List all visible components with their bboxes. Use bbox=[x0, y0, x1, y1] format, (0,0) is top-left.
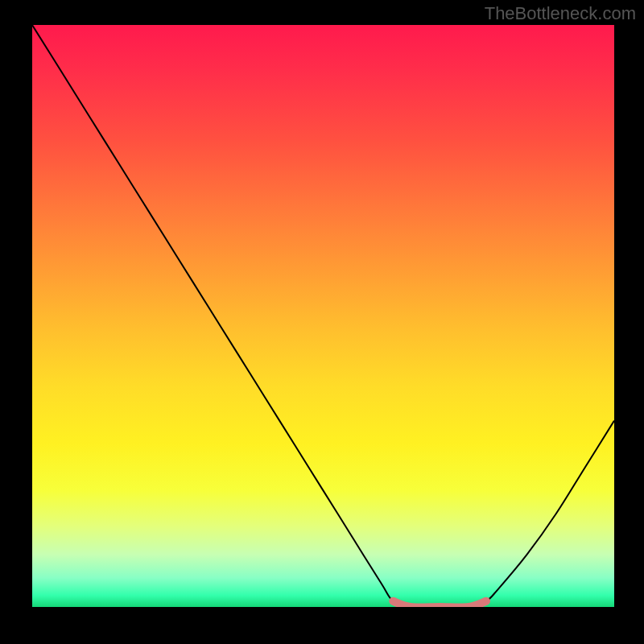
bottleneck-curve bbox=[32, 25, 614, 607]
plot-area bbox=[32, 25, 614, 607]
chart-svg bbox=[32, 25, 614, 607]
optimal-range-highlight bbox=[393, 601, 486, 607]
watermark-text: TheBottleneck.com bbox=[485, 3, 636, 24]
